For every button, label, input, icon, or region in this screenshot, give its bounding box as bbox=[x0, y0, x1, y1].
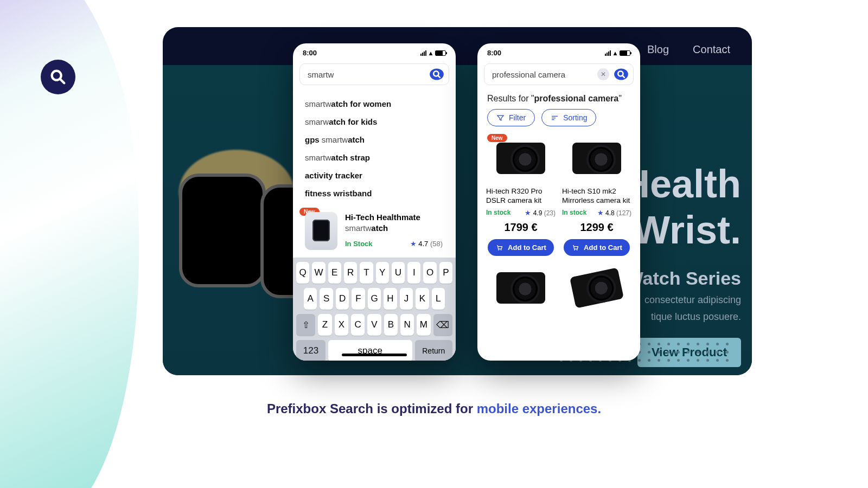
battery-icon bbox=[435, 50, 446, 56]
home-indicator bbox=[342, 354, 407, 356]
product-title: Hi-tech R320 Pro DSLR camera kit bbox=[486, 187, 556, 206]
wifi-icon: ▴ bbox=[614, 49, 617, 57]
key[interactable]: S bbox=[320, 288, 333, 310]
svg-point-4 bbox=[614, 69, 628, 80]
key[interactable]: B bbox=[384, 314, 398, 336]
key[interactable]: E bbox=[328, 262, 341, 284]
stock-label: In stock bbox=[486, 209, 510, 216]
suggestion-item[interactable]: fitness wristband bbox=[305, 184, 444, 202]
stock-label: In Stock bbox=[345, 240, 373, 248]
add-to-cart-button[interactable]: Add to Cart bbox=[488, 239, 554, 256]
key[interactable]: V bbox=[367, 314, 381, 336]
search-input[interactable]: professional camera bbox=[492, 70, 593, 79]
hero-background: Health is Wrist. Watch Series consectetu… bbox=[163, 65, 752, 375]
clear-search-icon[interactable]: ✕ bbox=[597, 68, 609, 80]
svg-point-8 bbox=[574, 249, 575, 251]
status-bar: 8:00 ▴ bbox=[477, 43, 640, 60]
wifi-icon: ▴ bbox=[429, 49, 432, 57]
suggestion-list: smartwatch for women smarwatch for kids … bbox=[293, 91, 456, 207]
product-card[interactable] bbox=[562, 264, 631, 312]
price: 1799 € bbox=[504, 221, 537, 234]
key[interactable]: H bbox=[384, 288, 397, 310]
search-bar[interactable]: professional camera ✕ bbox=[484, 63, 634, 85]
key[interactable]: C bbox=[351, 314, 365, 336]
search-submit-icon[interactable] bbox=[614, 67, 629, 82]
nav-link[interactable]: Contact bbox=[693, 43, 730, 56]
suggestion-item[interactable]: gps smartwatch bbox=[305, 131, 444, 149]
suggestion-item[interactable]: smartwatch for women bbox=[305, 95, 444, 113]
product-image bbox=[564, 134, 629, 183]
cart-icon bbox=[571, 243, 579, 252]
battery-icon bbox=[620, 50, 630, 56]
search-submit-icon[interactable] bbox=[429, 67, 444, 82]
key[interactable]: T bbox=[360, 262, 373, 284]
key[interactable]: Y bbox=[376, 262, 389, 284]
key[interactable]: Z bbox=[318, 314, 331, 336]
key[interactable]: O bbox=[423, 262, 436, 284]
filter-icon bbox=[496, 114, 505, 122]
rating: ★ 4.7 (58) bbox=[410, 240, 443, 248]
key[interactable]: R bbox=[344, 262, 357, 284]
signal-icon bbox=[420, 50, 426, 56]
key[interactable]: F bbox=[352, 288, 365, 310]
key-return[interactable]: Return bbox=[415, 340, 453, 361]
hero-stage: Home Shop Blog Contact Health is Wrist. … bbox=[163, 27, 752, 375]
suggestion-item[interactable]: activity tracker bbox=[305, 166, 444, 184]
inline-product-result[interactable]: New Hi-Tech Healthmate smartwatch In Sto… bbox=[293, 207, 456, 258]
key[interactable]: W bbox=[312, 262, 325, 284]
product-card[interactable]: Hi-tech R320 Pro DSLR camera kit In stoc… bbox=[486, 134, 556, 256]
search-bar[interactable]: smartw bbox=[299, 63, 449, 85]
cart-icon bbox=[495, 243, 503, 252]
key-space[interactable]: space bbox=[328, 340, 412, 361]
key[interactable]: ⌫ bbox=[433, 314, 452, 336]
rating: ★ 4.9 (23) bbox=[525, 209, 556, 217]
key[interactable]: G bbox=[368, 288, 381, 310]
key[interactable]: X bbox=[335, 314, 348, 336]
key[interactable]: J bbox=[400, 288, 413, 310]
phone-mockup-results: 8:00 ▴ professional camera ✕ Results for… bbox=[477, 43, 640, 361]
key[interactable]: M bbox=[417, 314, 430, 336]
key[interactable]: ⇧ bbox=[296, 314, 315, 336]
stock-label: In stock bbox=[562, 209, 586, 216]
key[interactable]: Q bbox=[296, 262, 309, 284]
key[interactable]: N bbox=[400, 314, 414, 336]
key[interactable]: I bbox=[407, 262, 420, 284]
status-bar: 8:00 ▴ bbox=[293, 43, 456, 60]
results-header: Results for "professional camera" bbox=[477, 91, 640, 109]
svg-point-9 bbox=[577, 249, 578, 251]
key[interactable]: D bbox=[336, 288, 349, 310]
product-card[interactable]: Hi-tech S10 mk2 Mirrorless camera kit In… bbox=[562, 134, 631, 256]
watch-image bbox=[179, 174, 266, 287]
key[interactable]: L bbox=[432, 288, 445, 310]
key[interactable]: K bbox=[416, 288, 429, 310]
nav-link[interactable]: Blog bbox=[647, 43, 669, 56]
svg-point-2 bbox=[430, 69, 444, 80]
rating: ★ 4.8 (127) bbox=[597, 209, 631, 217]
signal-icon bbox=[605, 50, 611, 56]
key[interactable]: P bbox=[439, 262, 452, 284]
filter-chip[interactable]: Filter bbox=[487, 109, 535, 126]
key[interactable]: A bbox=[304, 288, 317, 310]
svg-point-6 bbox=[498, 249, 499, 251]
key-123[interactable]: 123 bbox=[296, 340, 326, 361]
phone-mockup-autocomplete: 8:00 ▴ smartw smartwatch for women smarw… bbox=[293, 43, 456, 361]
product-title: Hi-tech S10 mk2 Mirrorless camera kit bbox=[562, 187, 631, 206]
svg-point-1 bbox=[55, 74, 58, 77]
search-input[interactable]: smartw bbox=[308, 70, 425, 79]
key[interactable]: U bbox=[392, 262, 405, 284]
add-to-cart-button[interactable]: Add to Cart bbox=[564, 239, 630, 256]
product-card[interactable] bbox=[486, 264, 556, 312]
sorting-chip[interactable]: Sorting bbox=[541, 109, 596, 126]
svg-point-7 bbox=[501, 249, 502, 251]
suggestion-item[interactable]: smarwatch for kids bbox=[305, 113, 444, 131]
price: 1299 € bbox=[580, 221, 613, 234]
product-name: Hi-Tech Healthmate smartwatch bbox=[345, 212, 444, 233]
suggestion-item[interactable]: smartwatch strap bbox=[305, 149, 444, 166]
ios-keyboard: QWERTYUIOP ASDFGHJKL ⇧ZXCVBNM⌫ 123 space… bbox=[293, 258, 456, 361]
sort-icon bbox=[551, 114, 559, 122]
caption: Prefixbox Search is optimized for mobile… bbox=[0, 401, 868, 416]
product-image bbox=[564, 264, 629, 312]
product-image bbox=[488, 264, 553, 312]
prefixbox-logo bbox=[41, 60, 75, 94]
product-thumbnail bbox=[305, 212, 337, 250]
